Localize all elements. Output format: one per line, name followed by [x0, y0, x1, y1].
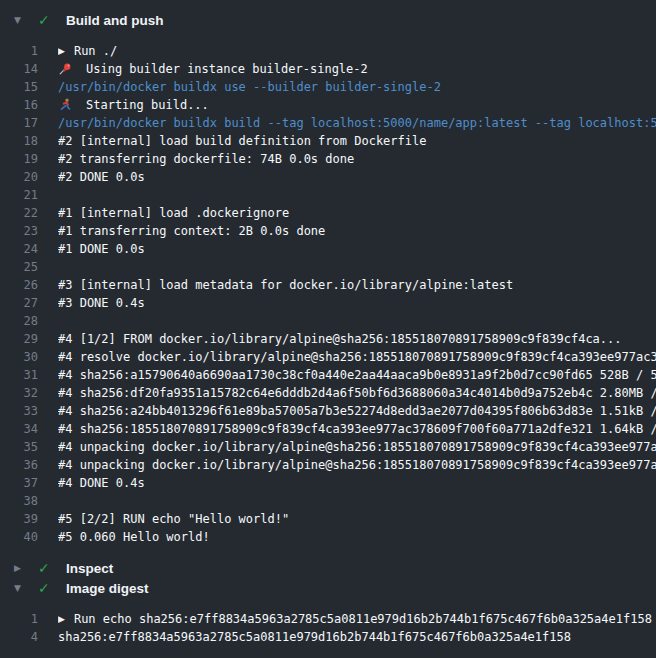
log-section-build-and-push: ▼ ✓ Build and push 1 ▶Run ./ 14 Using bu…: [0, 10, 656, 546]
log-line: 16 Starting build...: [0, 96, 656, 114]
log-line: 32 #4 sha256:df20fa9351a15782c64e6dddb2d…: [0, 384, 656, 402]
step-log-lines: 1 ▶Run ./ 14 Using builder instance buil…: [0, 42, 656, 546]
line-number[interactable]: 35: [0, 438, 38, 456]
line-number[interactable]: 40: [0, 528, 38, 546]
line-text: [58, 492, 656, 510]
line-text: /usr/bin/docker buildx use --builder bui…: [58, 78, 656, 96]
line-text: #2 transferring dockerfile: 74B 0.0s don…: [58, 150, 656, 168]
log-line: 39 #5 [2/2] RUN echo "Hello world!": [0, 510, 656, 528]
line-number[interactable]: 21: [0, 186, 38, 204]
line-number[interactable]: 32: [0, 384, 38, 402]
step-title: Inspect: [66, 561, 113, 576]
line-text: #4 DONE 0.4s: [58, 474, 656, 492]
run-expand-arrow-icon[interactable]: ▶: [58, 42, 65, 60]
log-line: 37 #4 DONE 0.4s: [0, 474, 656, 492]
pushpin-icon: [58, 62, 74, 76]
log-line: 27 #3 DONE 0.4s: [0, 294, 656, 312]
line-number[interactable]: 37: [0, 474, 38, 492]
log-line: 33 #4 sha256:a24bb4013296f61e89ba57005a7…: [0, 402, 656, 420]
line-number[interactable]: 36: [0, 456, 38, 474]
line-text: #4 sha256:df20fa9351a15782c64e6dddb2d4a6…: [58, 384, 656, 402]
line-text: #2 DONE 0.0s: [58, 168, 656, 186]
line-number[interactable]: 28: [0, 312, 38, 330]
step-title: Build and push: [66, 13, 164, 28]
log-line: 30 #4 resolve docker.io/library/alpine@s…: [0, 348, 656, 366]
line-number[interactable]: 23: [0, 222, 38, 240]
step-title: Image digest: [66, 581, 149, 596]
log-line: 28: [0, 312, 656, 330]
line-text: #4 unpacking docker.io/library/alpine@sh…: [58, 456, 656, 474]
log-line: 36 #4 unpacking docker.io/library/alpine…: [0, 456, 656, 474]
line-text: #4 sha256:a15790640a6690aa1730c38cf0a440…: [58, 366, 656, 384]
step-header-build-and-push[interactable]: ▼ ✓ Build and push: [0, 10, 656, 30]
line-number[interactable]: 34: [0, 420, 38, 438]
log-line: 18 #2 [internal] load build definition f…: [0, 132, 656, 150]
line-text: /usr/bin/docker buildx build --tag local…: [58, 114, 656, 132]
line-number[interactable]: 22: [0, 204, 38, 222]
log-line: 24 #1 DONE 0.0s: [0, 240, 656, 258]
line-text: #4 [1/2] FROM docker.io/library/alpine@s…: [58, 330, 656, 348]
line-text: #3 DONE 0.4s: [58, 294, 656, 312]
check-icon: ✓: [38, 578, 52, 598]
line-number[interactable]: 30: [0, 348, 38, 366]
log-line-group[interactable]: 1 ▶Run echo sha256:e7ff8834a5963a2785c5a…: [0, 610, 656, 628]
line-number[interactable]: 17: [0, 114, 38, 132]
log-line: 26 #3 [internal] load metadata for docke…: [0, 276, 656, 294]
line-number[interactable]: 14: [0, 60, 38, 78]
line-text: #4 sha256:a24bb4013296f61e89ba57005a7b3e…: [58, 402, 656, 420]
line-number[interactable]: 24: [0, 240, 38, 258]
line-text: #3 [internal] load metadata for docker.i…: [58, 276, 656, 294]
line-text: sha256:e7ff8834a5963a2785c5a0811e979d16b…: [58, 628, 656, 646]
line-number[interactable]: 20: [0, 168, 38, 186]
line-number[interactable]: 31: [0, 366, 38, 384]
step-header-inspect[interactable]: ▶ ✓ Inspect: [0, 558, 656, 578]
chevron-down-icon[interactable]: ▼: [14, 578, 26, 598]
line-text: #5 [2/2] RUN echo "Hello world!": [58, 510, 656, 528]
log-line: 14 Using builder instance builder-single…: [0, 60, 656, 78]
step-header-image-digest[interactable]: ▼ ✓ Image digest: [0, 578, 656, 598]
line-number[interactable]: 4: [0, 628, 38, 646]
line-number[interactable]: 39: [0, 510, 38, 528]
log-line: 38: [0, 492, 656, 510]
line-text: #5 0.060 Hello world!: [58, 528, 656, 546]
log-line: 21: [0, 186, 656, 204]
line-number[interactable]: 25: [0, 258, 38, 276]
line-number[interactable]: 19: [0, 150, 38, 168]
line-text: ▶Run echo sha256:e7ff8834a5963a2785c5a08…: [58, 610, 656, 628]
log-line-group[interactable]: 1 ▶Run ./: [0, 42, 656, 60]
line-text: #1 DONE 0.0s: [58, 240, 656, 258]
line-number[interactable]: 15: [0, 78, 38, 96]
line-number[interactable]: 1: [0, 42, 38, 60]
line-text: Using builder instance builder-single-2: [58, 60, 656, 78]
line-text: #1 [internal] load .dockerignore: [58, 204, 656, 222]
line-number[interactable]: 29: [0, 330, 38, 348]
line-text: #4 unpacking docker.io/library/alpine@sh…: [58, 438, 656, 456]
line-text: #4 sha256:185518070891758909c9f839cf4ca3…: [58, 420, 656, 438]
chevron-right-icon[interactable]: ▶: [14, 558, 26, 578]
line-number[interactable]: 1: [0, 610, 38, 628]
line-number[interactable]: 16: [0, 96, 38, 114]
line-number[interactable]: 27: [0, 294, 38, 312]
check-icon: ✓: [38, 558, 52, 578]
line-text: #1 transferring context: 2B 0.0s done: [58, 222, 656, 240]
line-number[interactable]: 18: [0, 132, 38, 150]
line-number[interactable]: 33: [0, 402, 38, 420]
log-line: 35 #4 unpacking docker.io/library/alpine…: [0, 438, 656, 456]
log-line: 25: [0, 258, 656, 276]
actions-log: ▼ ✓ Build and push 1 ▶Run ./ 14 Using bu…: [0, 10, 656, 646]
log-line: 15 /usr/bin/docker buildx use --builder …: [0, 78, 656, 96]
line-text: [58, 312, 656, 330]
run-expand-arrow-icon[interactable]: ▶: [58, 610, 65, 628]
log-line: 4 sha256:e7ff8834a5963a2785c5a0811e979d1…: [0, 628, 656, 646]
line-text: [58, 186, 656, 204]
line-text: #4 resolve docker.io/library/alpine@sha2…: [58, 348, 656, 366]
log-line: 40 #5 0.060 Hello world!: [0, 528, 656, 546]
line-text: Starting build...: [58, 96, 656, 114]
line-number[interactable]: 38: [0, 492, 38, 510]
log-section-inspect: ▶ ✓ Inspect: [0, 558, 656, 578]
line-number[interactable]: 26: [0, 276, 38, 294]
check-icon: ✓: [38, 10, 52, 30]
chevron-down-icon[interactable]: ▼: [14, 10, 26, 30]
line-text: ▶Run ./: [58, 42, 656, 60]
line-text: [58, 258, 656, 276]
